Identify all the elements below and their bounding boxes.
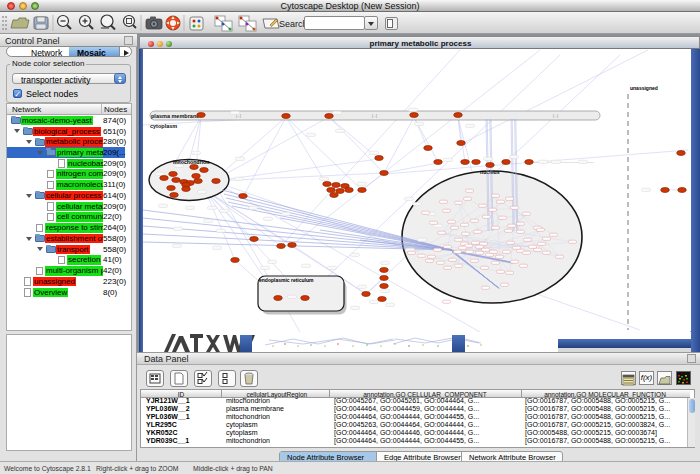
svg-text:endoplasmic reticulum: endoplasmic reticulum [259,277,314,283]
svg-text:unassigned: unassigned [630,85,658,91]
svg-text:plasma membrane: plasma membrane [151,113,199,119]
svg-text:[...]: [...] [372,114,377,118]
svg-text:mitochondrion: mitochondrion [173,159,209,165]
svg-text:nucleus: nucleus [480,169,500,175]
svg-text:[...]: [...] [553,114,558,118]
svg-text:cytoplasm: cytoplasm [150,123,177,129]
